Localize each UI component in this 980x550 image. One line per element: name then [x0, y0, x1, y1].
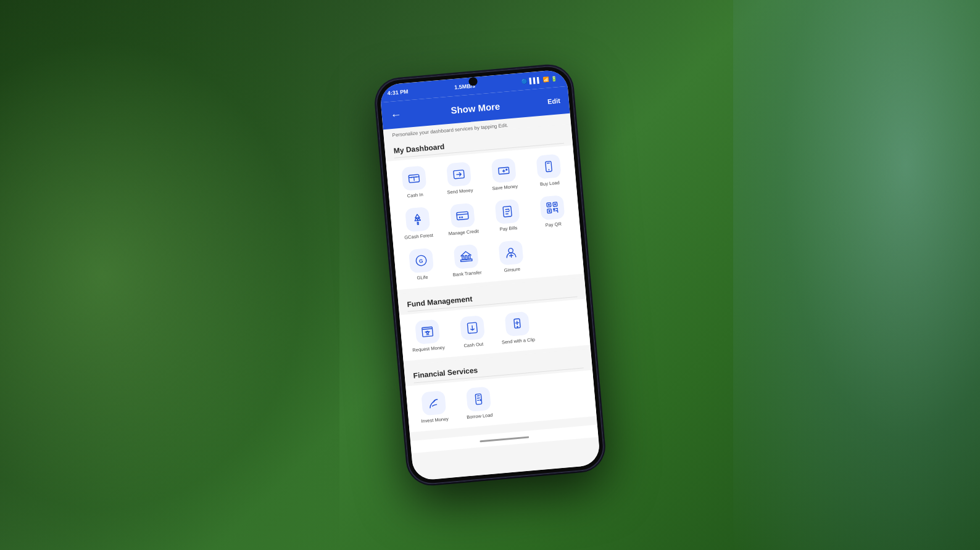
svg-rect-19 [468, 255, 470, 260]
ginsure-item[interactable]: Ginsure [488, 236, 534, 278]
gcash-forest-label: GCash Forest [404, 232, 433, 240]
status-time: 4:31 PM [387, 88, 409, 96]
buy-load-item[interactable]: Buy Load [526, 149, 571, 192]
glife-item[interactable]: G GLife [398, 244, 444, 286]
scene: 4:31 PM 1.5MB/s 🔵 ▌▌▌ 📶 🔋 ← Show More Ed… [0, 0, 980, 550]
glife-label: GLife [417, 274, 428, 281]
send-money-item[interactable]: Send Money [436, 157, 482, 200]
svg-text:G: G [418, 258, 423, 265]
fund-management-section: Fund Management Request Money [397, 277, 590, 361]
empty-slot-1 [533, 232, 579, 274]
pay-qr-item[interactable]: Pay QR [529, 191, 575, 233]
empty-slot-2 [539, 303, 585, 345]
svg-point-2 [505, 169, 507, 170]
ginsure-icon [498, 240, 523, 265]
cash-out-label: Cash Out [463, 341, 483, 348]
svg-rect-12 [547, 204, 549, 206]
pay-bills-label: Pay Bills [499, 225, 517, 232]
glife-icon: G [408, 248, 433, 273]
cash-out-icon [459, 315, 484, 340]
pay-bills-icon [494, 199, 520, 224]
invest-money-item[interactable]: Invest Money [411, 386, 457, 429]
my-dashboard-section: My Dashboard Cash In [384, 124, 584, 290]
gcash-forest-item[interactable]: GCash Forest [395, 202, 441, 245]
svg-point-20 [508, 248, 513, 253]
ginsure-label: Ginsure [504, 266, 520, 273]
buy-load-icon [536, 154, 561, 179]
bank-transfer-item[interactable]: Bank Transfer [443, 239, 489, 282]
status-icons: 🔵 ▌▌▌ 📶 🔋 [521, 75, 557, 84]
svg-rect-4 [417, 222, 418, 224]
send-with-clip-label: Send with a Clip [502, 337, 536, 345]
pay-bills-item[interactable]: Pay Bills [484, 194, 530, 237]
cash-in-item[interactable]: Cash In [391, 161, 437, 203]
svg-rect-5 [456, 211, 468, 220]
wifi-icon: 📶 [542, 76, 549, 83]
request-money-label: Request Money [412, 345, 445, 353]
save-money-label: Save Money [492, 184, 518, 192]
send-money-icon [446, 162, 471, 187]
send-with-clip-item[interactable]: Send with a Clip [494, 307, 540, 350]
svg-point-25 [479, 400, 481, 401]
cash-in-label: Cash In [407, 192, 423, 199]
phone-wrapper: 4:31 PM 1.5MB/s 🔵 ▌▌▌ 📶 🔋 ← Show More Ed… [374, 64, 606, 486]
borrow-load-label: Borrow Load [467, 412, 493, 420]
phone: 4:31 PM 1.5MB/s 🔵 ▌▌▌ 📶 🔋 ← Show More Ed… [374, 64, 606, 486]
svg-rect-14 [548, 210, 550, 212]
signal-icon: ▌▌▌ [529, 77, 541, 84]
svg-rect-17 [462, 256, 463, 260]
my-dashboard-grid: Cash In Send Money [386, 146, 584, 290]
svg-point-23 [517, 326, 518, 328]
invest-money-icon [421, 390, 446, 416]
gcash-forest-icon [405, 207, 430, 232]
app-content: Personalize your dashboard services by t… [383, 113, 601, 481]
send-money-label: Send Money [447, 187, 473, 195]
save-money-icon [491, 158, 516, 183]
request-money-item[interactable]: Request Money [405, 314, 451, 357]
page-title: Show More [451, 101, 500, 115]
phone-screen: 4:31 PM 1.5MB/s 🔵 ▌▌▌ 📶 🔋 ← Show More Ed… [380, 69, 601, 481]
borrow-load-item[interactable]: Borrow Load [455, 382, 501, 425]
financial-services-section: Financial Services Invest Money [404, 348, 596, 432]
edit-button[interactable]: Edit [547, 97, 561, 105]
svg-rect-13 [554, 203, 555, 205]
svg-rect-18 [465, 255, 467, 260]
buy-load-label: Buy Load [540, 180, 560, 187]
battery-icon: 🔋 [550, 76, 557, 82]
cash-out-item[interactable]: Cash Out [449, 311, 495, 353]
send-with-clip-icon [504, 311, 529, 337]
bluetooth-icon: 🔵 [521, 78, 528, 84]
pay-qr-icon [539, 195, 565, 220]
svg-point-6 [459, 216, 460, 218]
manage-credit-label: Manage Credit [448, 228, 479, 236]
bank-transfer-icon [453, 244, 478, 269]
borrow-load-icon [465, 387, 491, 412]
back-button[interactable]: ← [390, 108, 402, 121]
pay-qr-label: Pay QR [545, 221, 562, 228]
save-money-item[interactable]: Save Money [481, 154, 526, 196]
svg-point-7 [461, 216, 463, 218]
svg-point-21 [426, 331, 428, 334]
invest-money-label: Invest Money [421, 416, 449, 424]
manage-credit-icon [449, 203, 475, 228]
cash-in-icon [401, 166, 426, 191]
manage-credit-item[interactable]: Manage Credit [439, 199, 485, 241]
home-bar [480, 436, 529, 442]
request-money-icon [415, 319, 440, 345]
bank-transfer-label: Bank Transfer [452, 269, 481, 277]
